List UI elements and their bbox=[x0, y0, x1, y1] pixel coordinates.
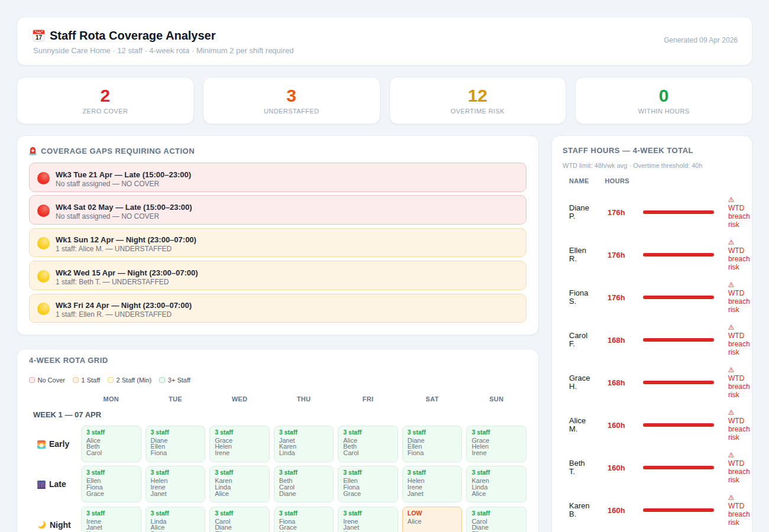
svg-text:July: July bbox=[35, 31, 41, 34]
svg-text:17: 17 bbox=[35, 34, 43, 40]
